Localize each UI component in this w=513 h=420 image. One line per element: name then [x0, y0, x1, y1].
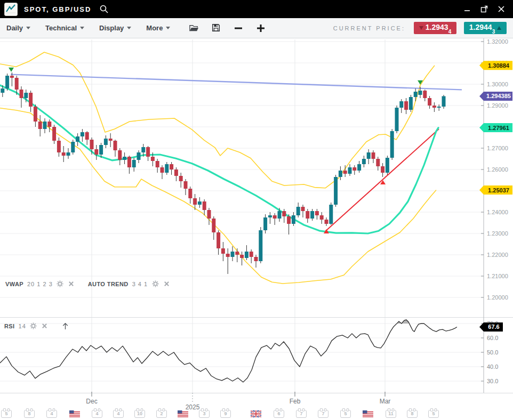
candle-down	[381, 166, 384, 173]
search-button[interactable]	[99, 4, 109, 14]
calendar-event-icon[interactable]: 11	[386, 408, 397, 418]
rsi-axis-label: 50.0	[487, 349, 498, 356]
sell-signal-marker	[9, 68, 14, 72]
close-icon	[68, 281, 74, 287]
candle-up	[329, 205, 333, 224]
open-chart-button[interactable]	[188, 23, 199, 34]
candle-down	[15, 78, 19, 90]
window-controls	[463, 5, 509, 13]
rsi-move-up-button[interactable]	[61, 322, 70, 330]
calendar-event-icon[interactable]: 5	[1, 408, 13, 418]
price-tag-value: 67.6	[488, 324, 499, 330]
display-menu-label: Display	[99, 24, 124, 32]
indicator-row-rsi: RSI 14	[4, 322, 70, 330]
zoom-out-button[interactable]	[233, 23, 244, 34]
candle-down	[254, 257, 258, 261]
candle-down	[90, 140, 94, 149]
price-axis-label: 1.27000	[487, 145, 508, 151]
candle-down	[47, 122, 51, 127]
candle-up	[395, 108, 399, 131]
vwap-settings-button[interactable]	[57, 280, 64, 288]
save-chart-button[interactable]	[211, 23, 221, 34]
calendar-event-icon[interactable]: 7	[296, 408, 308, 418]
rsi-settings-button[interactable]	[30, 322, 37, 330]
calendar-event-icon[interactable]: 4	[46, 408, 58, 418]
calendar-event-icon[interactable]: 9	[220, 408, 232, 418]
more-menu[interactable]: More	[146, 24, 170, 32]
auto-trend-support-line	[325, 129, 439, 231]
candlesticks	[1, 72, 445, 274]
rsi-remove-button[interactable]	[41, 322, 49, 330]
calendar-event-icon[interactable]: 5	[340, 408, 352, 418]
bid-price-button[interactable]: 1.29434	[414, 22, 456, 34]
candle-up	[278, 211, 282, 219]
price-chart-canvas[interactable]: 1.320001.310001.300001.290001.280001.270…	[0, 38, 513, 420]
candle-up	[71, 142, 75, 152]
candle-up	[24, 93, 28, 98]
technical-menu-label: Technical	[45, 24, 77, 32]
calendar-event-icon[interactable]: 6	[274, 408, 285, 418]
timeframe-menu[interactable]: Daily	[6, 24, 30, 32]
calendar-event-icon[interactable]: 10	[134, 408, 146, 418]
price-axis-label: 1.21000	[487, 273, 508, 279]
candle-down	[306, 211, 309, 219]
rsi-indicator-params: 14	[19, 323, 26, 329]
candle-down	[343, 171, 347, 174]
calendar-event-icon[interactable]: 8	[407, 408, 419, 418]
close-icon	[164, 281, 170, 287]
candle-up	[362, 159, 366, 164]
minimize-button[interactable]	[463, 5, 471, 13]
candle-up	[414, 92, 418, 97]
candle-up	[123, 157, 126, 160]
calendar-icon: 10	[134, 410, 145, 418]
calendar-event-icon[interactable]: 3	[199, 408, 211, 418]
candle-down	[250, 252, 253, 257]
price-up-arrow-icon	[497, 26, 501, 30]
candle-up	[348, 167, 352, 174]
zoom-in-button[interactable]	[255, 23, 266, 34]
calendar-event-icon[interactable]: 2	[156, 408, 168, 418]
candle-down	[240, 255, 244, 258]
ask-price-button[interactable]: 1.29443	[464, 22, 507, 34]
calendar-icon: 6	[274, 410, 284, 418]
candle-down	[52, 127, 56, 141]
calendar-event-icon[interactable]: 4	[92, 408, 103, 418]
candle-down	[188, 189, 192, 198]
popout-button[interactable]	[480, 5, 488, 13]
candle-down	[221, 248, 225, 254]
calendar-event-icon[interactable]: 7	[318, 408, 330, 418]
candle-down	[235, 252, 239, 255]
uk-event-flag[interactable]	[251, 408, 262, 418]
candle-up	[141, 147, 145, 152]
candle-down	[226, 254, 230, 257]
candle-down	[10, 76, 14, 78]
display-menu[interactable]: Display	[99, 24, 131, 32]
candle-down	[352, 167, 356, 171]
candle-down	[404, 101, 408, 110]
vwap-remove-button[interactable]	[68, 280, 75, 288]
candle-up	[263, 217, 267, 230]
autotrend-remove-button[interactable]	[163, 280, 170, 288]
technical-menu[interactable]: Technical	[45, 24, 84, 32]
chevron-down-icon	[127, 27, 131, 29]
candle-up	[81, 132, 84, 136]
calendar-event-icon[interactable]: 5	[428, 408, 440, 418]
candle-up	[296, 207, 300, 215]
gear-icon	[57, 280, 63, 287]
calendar-event-icon[interactable]: 4	[113, 408, 125, 418]
month-label: Mar	[380, 398, 391, 405]
close-button[interactable]	[497, 5, 506, 13]
bid-price-value: 1.29434	[426, 23, 451, 33]
calendar-icon: 4	[113, 410, 124, 418]
us-event-flag[interactable]	[178, 408, 189, 418]
us-event-flag[interactable]	[69, 408, 81, 418]
price-down-arrow-icon	[419, 26, 423, 30]
us-event-flag[interactable]	[363, 408, 374, 418]
autotrend-settings-button[interactable]	[151, 280, 159, 288]
autotrend-indicator-name: AUTO TREND	[88, 281, 129, 287]
chevron-down-icon	[80, 27, 84, 29]
calendar-event-icon[interactable]: 8	[24, 408, 36, 418]
candle-up	[437, 107, 441, 108]
candle-down	[57, 141, 61, 152]
candle-down	[20, 90, 23, 98]
